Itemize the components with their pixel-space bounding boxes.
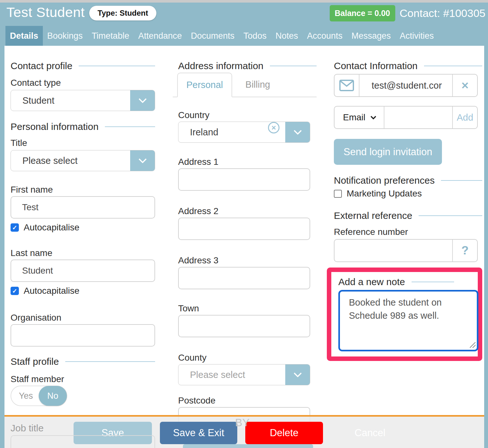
section-title-address-information: Address information xyxy=(178,60,264,71)
county-dropdown-button[interactable] xyxy=(285,364,310,385)
address1-label: Address 1 xyxy=(178,157,317,167)
country-clear-icon[interactable]: ✕ xyxy=(268,122,279,133)
textarea-resize-handle[interactable] xyxy=(470,342,476,348)
title-select[interactable]: Please select xyxy=(11,150,155,171)
contact-type-select[interactable]: Student xyxy=(11,90,155,111)
tab-accounts[interactable]: Accounts xyxy=(303,26,347,46)
note-highlight-box: Add a new note Booked the student on Sch… xyxy=(327,268,482,361)
chevron-down-icon xyxy=(294,127,302,135)
country-label: Country xyxy=(178,110,317,120)
staff-member-toggle[interactable]: Yes No xyxy=(11,386,67,406)
town-label: Town xyxy=(178,303,317,314)
tab-todos[interactable]: Todos xyxy=(239,26,271,46)
title-dropdown-button[interactable] xyxy=(130,150,155,171)
section-title-staff-profile: Staff profile xyxy=(11,356,59,367)
autocapitalise-first-checkbox[interactable] xyxy=(11,223,19,232)
section-title-notification-preferences: Notification preferences xyxy=(334,175,435,186)
country-value: Ireland xyxy=(178,122,268,142)
tab-messages[interactable]: Messages xyxy=(347,26,395,46)
contact-type-dropdown-button[interactable] xyxy=(130,90,155,111)
section-title-contact-profile: Contact profile xyxy=(11,60,72,71)
background-blue-element xyxy=(183,444,313,448)
new-note-textarea[interactable]: Booked the student on Schedule 989 as we… xyxy=(338,290,478,351)
help-icon[interactable]: ? xyxy=(452,240,477,261)
tab-bookings[interactable]: Bookings xyxy=(43,26,87,46)
window-top-strip xyxy=(0,0,488,3)
staff-member-toggle-yes[interactable]: Yes xyxy=(11,386,41,405)
chevron-down-icon xyxy=(370,114,376,119)
column-address-information: Address information Personal Billing Cou… xyxy=(173,46,317,429)
autocapitalise-last-checkbox[interactable] xyxy=(11,287,19,295)
add-contact-method-row: Email Add xyxy=(334,106,478,129)
country-dropdown-button[interactable] xyxy=(285,122,310,142)
town-input[interactable] xyxy=(178,315,310,337)
chevron-down-icon xyxy=(294,369,302,377)
section-title-external-reference: External reference xyxy=(334,210,412,221)
address3-input[interactable] xyxy=(178,267,310,289)
content-panel: Contact profile Contact type Student Per… xyxy=(4,46,484,448)
chevron-down-icon xyxy=(138,155,146,163)
column-contact-profile: Contact profile Contact type Student Per… xyxy=(11,46,155,406)
reference-number-input[interactable] xyxy=(335,240,452,261)
address1-input[interactable] xyxy=(178,168,310,191)
section-divider xyxy=(419,215,482,216)
county-label: County xyxy=(178,353,317,363)
tab-notes[interactable]: Notes xyxy=(271,26,303,46)
section-divider xyxy=(270,66,317,66)
county-select[interactable]: Please select xyxy=(178,364,310,385)
contact-method-type-select[interactable]: Email xyxy=(335,107,384,128)
chevron-down-icon xyxy=(138,95,146,103)
tab-attendance[interactable]: Attendance xyxy=(134,26,186,46)
cancel-button[interactable]: Cancel xyxy=(332,422,408,444)
section-title-personal-information: Personal information xyxy=(11,121,98,132)
address-tabbar: Personal Billing xyxy=(173,73,317,97)
contact-type-value: Student xyxy=(11,90,130,111)
email-value[interactable]: test@student.cor xyxy=(359,75,452,96)
section-title-add-new-note: Add a new note xyxy=(338,276,405,287)
autocapitalise-first-label: Autocapitalise xyxy=(24,222,79,233)
delete-button[interactable]: Delete xyxy=(245,422,323,444)
staff-member-label: Staff member xyxy=(11,374,155,384)
add-contact-method-button[interactable]: Add xyxy=(452,107,477,128)
section-divider xyxy=(424,66,482,66)
marketing-updates-checkbox[interactable] xyxy=(334,190,342,198)
first-name-input[interactable]: Test xyxy=(11,196,155,219)
section-divider xyxy=(65,361,155,362)
contact-method-type-value: Email xyxy=(343,112,365,123)
address-tab-billing[interactable]: Billing xyxy=(232,73,283,97)
email-row: test@student.cor ✕ xyxy=(334,74,478,97)
country-select[interactable]: Ireland ✕ xyxy=(178,122,310,143)
column-contact-information: Contact Information test@student.cor ✕ E… xyxy=(334,46,482,361)
job-title-input[interactable] xyxy=(11,435,155,448)
address2-input[interactable] xyxy=(178,218,310,240)
new-contact-method-input[interactable] xyxy=(384,107,452,128)
tab-details[interactable]: Details xyxy=(5,26,43,46)
staff-member-toggle-no[interactable]: No xyxy=(39,386,67,406)
address3-label: Address 3 xyxy=(178,255,317,266)
save-and-exit-button[interactable]: Save & Exit xyxy=(160,422,237,444)
address-tab-personal[interactable]: Personal xyxy=(177,73,232,97)
contact-type-label: Contact type xyxy=(11,78,155,88)
autocapitalise-last-label: Autocapitalise xyxy=(24,286,79,296)
tab-timetable[interactable]: Timetable xyxy=(87,26,134,46)
job-title-label: Job title xyxy=(11,423,43,434)
organisation-input[interactable] xyxy=(11,324,155,347)
last-name-label: Last name xyxy=(11,248,155,258)
section-divider xyxy=(105,126,155,127)
marketing-updates-label: Marketing Updates xyxy=(347,188,422,199)
tab-documents[interactable]: Documents xyxy=(186,26,239,46)
section-divider xyxy=(441,180,482,181)
address2-label: Address 2 xyxy=(178,206,317,216)
postcode-label: Postcode xyxy=(178,396,317,406)
first-name-label: First name xyxy=(11,185,155,195)
county-value: Please select xyxy=(178,364,285,385)
last-name-value: Student xyxy=(22,266,53,276)
section-divider xyxy=(412,282,454,282)
tab-activities[interactable]: Activities xyxy=(395,26,438,46)
email-icon xyxy=(335,75,359,96)
first-name-value: Test xyxy=(22,202,38,212)
last-name-input[interactable]: Student xyxy=(11,260,155,282)
send-login-invitation-button[interactable]: Send login invitation xyxy=(334,139,442,165)
remove-email-button[interactable]: ✕ xyxy=(452,75,477,96)
organisation-label: Organisation xyxy=(11,313,155,323)
